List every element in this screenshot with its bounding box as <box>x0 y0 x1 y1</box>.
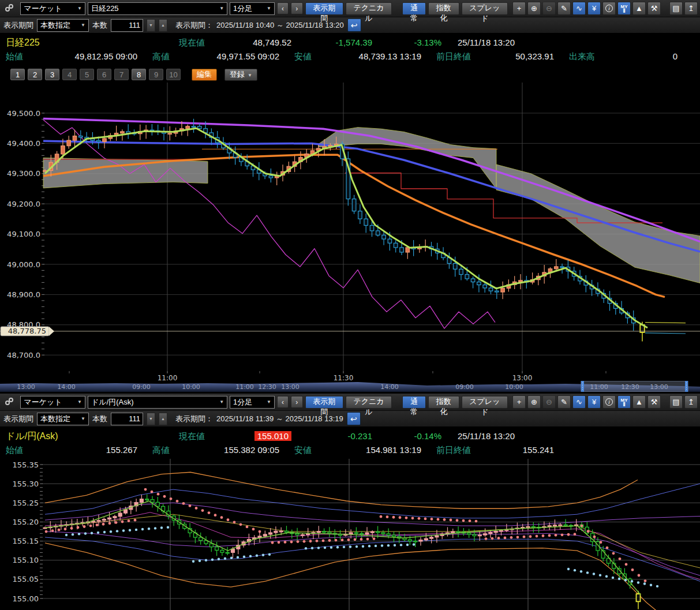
info-icon[interactable]: i <box>602 395 616 409</box>
chevron-down-icon: ▼ <box>77 416 85 421</box>
preset-button-10[interactable]: 10 <box>166 69 181 80</box>
spread-mode-button[interactable]: スプレッド <box>462 396 508 409</box>
period-button[interactable]: 表示期間 <box>305 396 343 409</box>
preset-button-4[interactable]: 4 <box>62 69 77 80</box>
draw-icon[interactable]: ✎ <box>557 395 571 409</box>
navigator-strip[interactable]: 13:0014:0009:0010:0011:0012:3013:0014:00… <box>0 381 700 392</box>
timeframe-select[interactable]: 1分足▼ <box>230 396 275 409</box>
chart-cursor-icon[interactable]: ∿ <box>572 395 586 409</box>
period-button[interactable]: 表示期間 <box>305 2 343 15</box>
usdjpy-price-chart[interactable]: 155.35155.30155.25155.20155.15155.10155.… <box>0 459 700 610</box>
svg-text:13:00: 13:00 <box>512 374 533 381</box>
chart-preset-bar: 12345678910編集登録▼ <box>0 66 700 83</box>
normal-mode-button[interactable]: 通常 <box>402 2 426 15</box>
chart-cursor-icon[interactable]: ∿ <box>572 2 586 15</box>
prev-button[interactable]: ‹ <box>277 2 289 14</box>
preset-button-9[interactable]: 9 <box>149 69 163 80</box>
next-button[interactable]: › <box>291 396 302 408</box>
preset-button-1[interactable]: 1 <box>10 69 25 80</box>
nikkei-params-bar: 表示期間 本数指定▼ 本数 ▼ ▲ 表示期間： 2025/11/18 10:40… <box>0 17 700 33</box>
symbol-select[interactable]: ドル/円(Ask)▼ <box>88 396 227 409</box>
usdjpy-chart-area: 155.35155.30155.25155.20155.15155.10155.… <box>0 459 700 610</box>
icon-toolbar: +⊕⊖✎∿¥iMY⫼▲⚒▤↥ <box>512 395 698 409</box>
market-select[interactable]: マーケット▼ <box>20 396 85 409</box>
reset-period-icon[interactable]: ↩ <box>347 412 361 425</box>
count-down-button[interactable]: ▼ <box>147 413 155 425</box>
high-label: 高値 <box>152 445 187 456</box>
technical-button[interactable]: テクニカル <box>346 396 392 409</box>
svg-text:12:30: 12:30 <box>621 383 639 391</box>
volume-label: 出来高 <box>569 51 604 62</box>
period-mode-select[interactable]: 本数指定▼ <box>37 413 89 425</box>
wrench-icon[interactable]: ⚒ <box>647 395 661 409</box>
link-icon[interactable] <box>5 397 16 407</box>
change-value: -1,574.39 <box>291 38 372 47</box>
print-icon[interactable]: ▤ <box>669 395 683 409</box>
crosshair-icon[interactable]: + <box>512 395 526 409</box>
technical-button[interactable]: テクニカル <box>346 2 392 15</box>
link-icon[interactable] <box>5 3 16 14</box>
print-icon[interactable]: ▤ <box>669 2 683 15</box>
wrench-icon[interactable]: ⚒ <box>647 2 661 15</box>
count-down-button[interactable]: ▼ <box>147 19 155 32</box>
svg-text:09:00: 09:00 <box>132 383 151 391</box>
nikkei-price-chart[interactable]: 49,500.049,400.049,300.049,200.049,100.0… <box>0 83 700 381</box>
area-chart-icon[interactable]: ▲ <box>632 2 646 15</box>
range-label: 表示期間： <box>175 414 213 424</box>
chevron-down-icon: ▼ <box>263 399 271 405</box>
draw-icon[interactable]: ✎ <box>557 2 571 15</box>
symbol-select[interactable]: 日経225▼ <box>88 2 227 15</box>
my-chart-icon[interactable]: MY⫼ <box>617 2 631 15</box>
indexed-mode-button[interactable]: 指数化 <box>428 2 459 15</box>
timeframe-select[interactable]: 1分足▼ <box>230 2 275 15</box>
open-value: 49,812.95 09:00 <box>40 51 137 61</box>
open-label: 始値 <box>6 51 40 62</box>
info-icon[interactable]: i <box>602 2 616 15</box>
reset-period-icon[interactable]: ↩ <box>347 18 361 32</box>
register-button[interactable]: 登録▼ <box>224 69 257 81</box>
period-mode-select[interactable]: 本数指定▼ <box>37 19 89 32</box>
volume-value: 0 <box>604 51 677 61</box>
export-icon[interactable]: ↥ <box>684 2 698 15</box>
export-icon[interactable]: ↥ <box>684 395 698 409</box>
normal-mode-button[interactable]: 通常 <box>402 396 426 409</box>
market-select[interactable]: マーケット▼ <box>20 2 85 15</box>
bar-count-input[interactable] <box>111 413 143 425</box>
zoom-out-icon: ⊖ <box>542 395 556 409</box>
zoom-in-icon[interactable]: ⊕ <box>527 395 541 409</box>
next-button[interactable]: › <box>291 2 302 14</box>
svg-text:155.20: 155.20 <box>13 518 39 526</box>
preset-button-7[interactable]: 7 <box>114 69 129 80</box>
last-value: 155.010 <box>205 431 291 441</box>
area-chart-icon[interactable]: ▲ <box>632 395 646 409</box>
range-label: 表示期間： <box>175 20 213 31</box>
count-up-button[interactable]: ▲ <box>159 19 167 32</box>
yen-icon[interactable]: ¥ <box>587 395 601 409</box>
nikkei-toolbar: マーケット▼ 日経225▼ 1分足▼ ‹ › 表示期間 テクニカル 通常 指数化… <box>0 0 700 17</box>
svg-text:09:00: 09:00 <box>455 383 474 391</box>
svg-text:49,100.0: 49,100.0 <box>7 230 40 238</box>
spread-mode-button[interactable]: スプレッド <box>462 2 508 15</box>
my-chart-icon[interactable]: MY⫼ <box>617 395 631 409</box>
preset-button-8[interactable]: 8 <box>132 69 146 80</box>
preset-button-3[interactable]: 3 <box>45 69 59 80</box>
change-percent: -0.14% <box>372 431 441 441</box>
period-label: 表示期間 <box>3 414 33 424</box>
count-up-button[interactable]: ▲ <box>159 413 167 425</box>
indexed-mode-button[interactable]: 指数化 <box>428 396 459 409</box>
preset-button-2[interactable]: 2 <box>28 69 42 80</box>
prev-button[interactable]: ‹ <box>277 396 289 408</box>
svg-text:155.00: 155.00 <box>13 594 39 603</box>
svg-text:12:30: 12:30 <box>258 383 276 391</box>
crosshair-icon[interactable]: + <box>512 2 526 15</box>
preset-button-5[interactable]: 5 <box>80 69 94 80</box>
symbol-name: ドル/円(Ask) <box>6 431 179 443</box>
edit-button[interactable]: 編集 <box>192 69 217 81</box>
zoom-in-icon[interactable]: ⊕ <box>527 2 541 15</box>
bar-count-input[interactable] <box>111 19 143 32</box>
svg-text:11:30: 11:30 <box>334 374 354 381</box>
preset-button-6[interactable]: 6 <box>97 69 111 80</box>
svg-text:48,700.0: 48,700.0 <box>7 351 40 360</box>
svg-text:48,778.75: 48,778.75 <box>8 327 46 335</box>
yen-icon[interactable]: ¥ <box>587 2 601 15</box>
